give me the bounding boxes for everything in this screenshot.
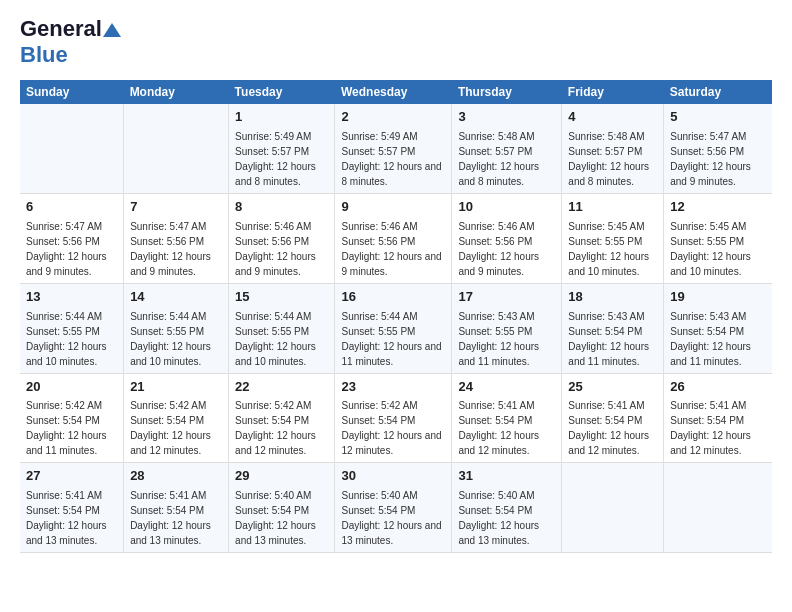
day-number: 9 bbox=[341, 198, 445, 217]
calendar-week-row: 13Sunrise: 5:44 AMSunset: 5:55 PMDayligh… bbox=[20, 283, 772, 373]
weekday-header-thursday: Thursday bbox=[452, 80, 562, 104]
cell-info: Sunrise: 5:48 AMSunset: 5:57 PMDaylight:… bbox=[568, 129, 657, 189]
calendar-cell: 20Sunrise: 5:42 AMSunset: 5:54 PMDayligh… bbox=[20, 373, 124, 463]
calendar-cell: 16Sunrise: 5:44 AMSunset: 5:55 PMDayligh… bbox=[335, 283, 452, 373]
cell-info: Sunrise: 5:46 AMSunset: 5:56 PMDaylight:… bbox=[341, 219, 445, 279]
cell-info: Sunrise: 5:44 AMSunset: 5:55 PMDaylight:… bbox=[130, 309, 222, 369]
cell-info: Sunrise: 5:47 AMSunset: 5:56 PMDaylight:… bbox=[130, 219, 222, 279]
cell-info: Sunrise: 5:42 AMSunset: 5:54 PMDaylight:… bbox=[26, 398, 117, 458]
calendar-cell: 12Sunrise: 5:45 AMSunset: 5:55 PMDayligh… bbox=[664, 193, 772, 283]
page: General Blue SundayMondayTuesdayWednesda… bbox=[0, 0, 792, 563]
day-number: 12 bbox=[670, 198, 766, 217]
calendar-week-row: 20Sunrise: 5:42 AMSunset: 5:54 PMDayligh… bbox=[20, 373, 772, 463]
calendar-cell: 30Sunrise: 5:40 AMSunset: 5:54 PMDayligh… bbox=[335, 463, 452, 553]
calendar-cell bbox=[664, 463, 772, 553]
cell-info: Sunrise: 5:47 AMSunset: 5:56 PMDaylight:… bbox=[26, 219, 117, 279]
day-number: 13 bbox=[26, 288, 117, 307]
weekday-header-sunday: Sunday bbox=[20, 80, 124, 104]
cell-info: Sunrise: 5:46 AMSunset: 5:56 PMDaylight:… bbox=[458, 219, 555, 279]
day-number: 22 bbox=[235, 378, 328, 397]
day-number: 10 bbox=[458, 198, 555, 217]
day-number: 28 bbox=[130, 467, 222, 486]
cell-info: Sunrise: 5:44 AMSunset: 5:55 PMDaylight:… bbox=[235, 309, 328, 369]
day-number: 24 bbox=[458, 378, 555, 397]
cell-info: Sunrise: 5:45 AMSunset: 5:55 PMDaylight:… bbox=[670, 219, 766, 279]
calendar-cell: 10Sunrise: 5:46 AMSunset: 5:56 PMDayligh… bbox=[452, 193, 562, 283]
day-number: 2 bbox=[341, 108, 445, 127]
calendar-week-row: 27Sunrise: 5:41 AMSunset: 5:54 PMDayligh… bbox=[20, 463, 772, 553]
day-number: 5 bbox=[670, 108, 766, 127]
cell-info: Sunrise: 5:40 AMSunset: 5:54 PMDaylight:… bbox=[458, 488, 555, 548]
calendar-week-row: 6Sunrise: 5:47 AMSunset: 5:56 PMDaylight… bbox=[20, 193, 772, 283]
day-number: 17 bbox=[458, 288, 555, 307]
calendar-cell: 7Sunrise: 5:47 AMSunset: 5:56 PMDaylight… bbox=[124, 193, 229, 283]
calendar-cell: 3Sunrise: 5:48 AMSunset: 5:57 PMDaylight… bbox=[452, 104, 562, 193]
calendar-cell: 17Sunrise: 5:43 AMSunset: 5:55 PMDayligh… bbox=[452, 283, 562, 373]
day-number: 31 bbox=[458, 467, 555, 486]
day-number: 27 bbox=[26, 467, 117, 486]
day-number: 8 bbox=[235, 198, 328, 217]
calendar-cell bbox=[124, 104, 229, 193]
day-number: 20 bbox=[26, 378, 117, 397]
calendar-cell: 31Sunrise: 5:40 AMSunset: 5:54 PMDayligh… bbox=[452, 463, 562, 553]
cell-info: Sunrise: 5:48 AMSunset: 5:57 PMDaylight:… bbox=[458, 129, 555, 189]
calendar-cell: 14Sunrise: 5:44 AMSunset: 5:55 PMDayligh… bbox=[124, 283, 229, 373]
cell-info: Sunrise: 5:41 AMSunset: 5:54 PMDaylight:… bbox=[130, 488, 222, 548]
calendar-cell: 4Sunrise: 5:48 AMSunset: 5:57 PMDaylight… bbox=[562, 104, 664, 193]
calendar-cell: 5Sunrise: 5:47 AMSunset: 5:56 PMDaylight… bbox=[664, 104, 772, 193]
calendar-week-row: 1Sunrise: 5:49 AMSunset: 5:57 PMDaylight… bbox=[20, 104, 772, 193]
calendar-table: SundayMondayTuesdayWednesdayThursdayFrid… bbox=[20, 80, 772, 553]
cell-info: Sunrise: 5:44 AMSunset: 5:55 PMDaylight:… bbox=[341, 309, 445, 369]
cell-info: Sunrise: 5:42 AMSunset: 5:54 PMDaylight:… bbox=[235, 398, 328, 458]
header: General Blue bbox=[20, 16, 772, 68]
cell-info: Sunrise: 5:43 AMSunset: 5:55 PMDaylight:… bbox=[458, 309, 555, 369]
cell-info: Sunrise: 5:41 AMSunset: 5:54 PMDaylight:… bbox=[670, 398, 766, 458]
cell-info: Sunrise: 5:42 AMSunset: 5:54 PMDaylight:… bbox=[130, 398, 222, 458]
cell-info: Sunrise: 5:45 AMSunset: 5:55 PMDaylight:… bbox=[568, 219, 657, 279]
day-number: 25 bbox=[568, 378, 657, 397]
day-number: 18 bbox=[568, 288, 657, 307]
calendar-cell bbox=[562, 463, 664, 553]
calendar-cell: 28Sunrise: 5:41 AMSunset: 5:54 PMDayligh… bbox=[124, 463, 229, 553]
calendar-cell: 26Sunrise: 5:41 AMSunset: 5:54 PMDayligh… bbox=[664, 373, 772, 463]
cell-info: Sunrise: 5:46 AMSunset: 5:56 PMDaylight:… bbox=[235, 219, 328, 279]
cell-info: Sunrise: 5:43 AMSunset: 5:54 PMDaylight:… bbox=[568, 309, 657, 369]
day-number: 21 bbox=[130, 378, 222, 397]
calendar-cell: 27Sunrise: 5:41 AMSunset: 5:54 PMDayligh… bbox=[20, 463, 124, 553]
weekday-header-tuesday: Tuesday bbox=[229, 80, 335, 104]
day-number: 14 bbox=[130, 288, 222, 307]
day-number: 16 bbox=[341, 288, 445, 307]
calendar-cell: 1Sunrise: 5:49 AMSunset: 5:57 PMDaylight… bbox=[229, 104, 335, 193]
cell-info: Sunrise: 5:47 AMSunset: 5:56 PMDaylight:… bbox=[670, 129, 766, 189]
cell-info: Sunrise: 5:41 AMSunset: 5:54 PMDaylight:… bbox=[568, 398, 657, 458]
cell-info: Sunrise: 5:49 AMSunset: 5:57 PMDaylight:… bbox=[235, 129, 328, 189]
cell-info: Sunrise: 5:40 AMSunset: 5:54 PMDaylight:… bbox=[341, 488, 445, 548]
cell-info: Sunrise: 5:44 AMSunset: 5:55 PMDaylight:… bbox=[26, 309, 117, 369]
calendar-cell: 13Sunrise: 5:44 AMSunset: 5:55 PMDayligh… bbox=[20, 283, 124, 373]
day-number: 29 bbox=[235, 467, 328, 486]
cell-info: Sunrise: 5:42 AMSunset: 5:54 PMDaylight:… bbox=[341, 398, 445, 458]
day-number: 23 bbox=[341, 378, 445, 397]
cell-info: Sunrise: 5:41 AMSunset: 5:54 PMDaylight:… bbox=[26, 488, 117, 548]
calendar-cell: 6Sunrise: 5:47 AMSunset: 5:56 PMDaylight… bbox=[20, 193, 124, 283]
svg-marker-0 bbox=[103, 23, 121, 37]
calendar-cell: 18Sunrise: 5:43 AMSunset: 5:54 PMDayligh… bbox=[562, 283, 664, 373]
calendar-cell: 22Sunrise: 5:42 AMSunset: 5:54 PMDayligh… bbox=[229, 373, 335, 463]
cell-info: Sunrise: 5:43 AMSunset: 5:54 PMDaylight:… bbox=[670, 309, 766, 369]
logo: General Blue bbox=[20, 16, 122, 68]
calendar-cell: 25Sunrise: 5:41 AMSunset: 5:54 PMDayligh… bbox=[562, 373, 664, 463]
calendar-cell: 2Sunrise: 5:49 AMSunset: 5:57 PMDaylight… bbox=[335, 104, 452, 193]
day-number: 4 bbox=[568, 108, 657, 127]
cell-info: Sunrise: 5:49 AMSunset: 5:57 PMDaylight:… bbox=[341, 129, 445, 189]
calendar-cell: 15Sunrise: 5:44 AMSunset: 5:55 PMDayligh… bbox=[229, 283, 335, 373]
day-number: 19 bbox=[670, 288, 766, 307]
cell-info: Sunrise: 5:41 AMSunset: 5:54 PMDaylight:… bbox=[458, 398, 555, 458]
cell-info: Sunrise: 5:40 AMSunset: 5:54 PMDaylight:… bbox=[235, 488, 328, 548]
weekday-header-row: SundayMondayTuesdayWednesdayThursdayFrid… bbox=[20, 80, 772, 104]
weekday-header-monday: Monday bbox=[124, 80, 229, 104]
day-number: 26 bbox=[670, 378, 766, 397]
day-number: 30 bbox=[341, 467, 445, 486]
weekday-header-friday: Friday bbox=[562, 80, 664, 104]
calendar-cell: 23Sunrise: 5:42 AMSunset: 5:54 PMDayligh… bbox=[335, 373, 452, 463]
logo-text: General Blue bbox=[20, 16, 122, 68]
